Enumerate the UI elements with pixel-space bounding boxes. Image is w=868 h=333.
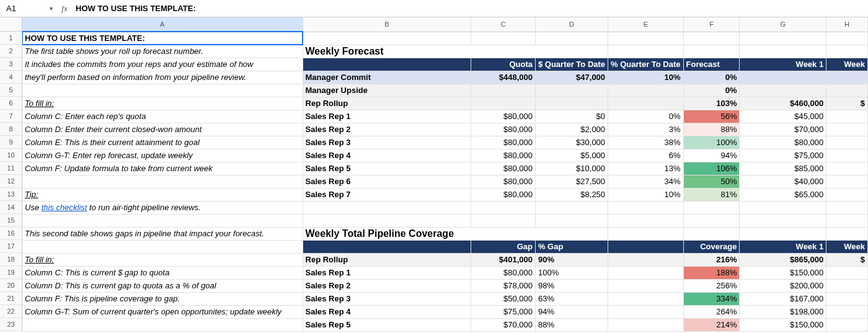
row-header-9[interactable]: 9	[0, 136, 22, 149]
row-header-3[interactable]: 3	[0, 58, 22, 71]
cell[interactable]	[303, 58, 471, 71]
cell[interactable]: 6%	[608, 149, 683, 162]
cell[interactable]	[826, 305, 868, 318]
cell[interactable]: Column C: Enter each rep's quota	[22, 110, 303, 123]
cell[interactable]	[471, 32, 536, 45]
cell[interactable]: $80,000	[471, 188, 536, 201]
cell[interactable]: 106%	[683, 162, 740, 175]
row-header-4[interactable]: 4	[0, 71, 22, 84]
row-header-22[interactable]: 22	[0, 305, 22, 318]
cell[interactable]: $10,000	[535, 162, 608, 175]
cell[interactable]	[683, 201, 740, 214]
t2-label[interactable]: Sales Rep 2	[303, 279, 471, 292]
cell[interactable]	[535, 84, 608, 97]
cell[interactable]	[826, 201, 868, 214]
cell[interactable]: 100%	[683, 136, 740, 149]
row-header-21[interactable]: 21	[0, 292, 22, 305]
cell[interactable]	[826, 136, 868, 149]
cell[interactable]	[471, 227, 536, 240]
cell[interactable]: 10%	[608, 71, 683, 84]
cell[interactable]: % Gap	[535, 240, 608, 253]
cell[interactable]: 256%	[683, 279, 740, 292]
cell[interactable]: $80,000	[471, 136, 536, 149]
cell[interactable]: $30,000	[535, 136, 608, 149]
t1-label[interactable]: Sales Rep 2	[303, 123, 471, 136]
cell[interactable]: 88%	[683, 123, 740, 136]
cell[interactable]	[683, 214, 740, 227]
cell[interactable]	[608, 240, 683, 253]
table1-title[interactable]: Weekly Forecast	[303, 45, 471, 58]
cell[interactable]: Use this checklist to run air-tight pipe…	[22, 201, 303, 214]
t1-label[interactable]: Sales Rep 4	[303, 149, 471, 162]
cell[interactable]	[740, 84, 826, 97]
cell[interactable]	[535, 227, 608, 240]
cell[interactable]	[471, 214, 536, 227]
cell[interactable]	[303, 32, 471, 45]
row-header-2[interactable]: 2	[0, 45, 22, 58]
cell[interactable]	[608, 32, 683, 45]
cell[interactable]	[22, 214, 303, 227]
cell[interactable]	[826, 32, 868, 45]
t1-label[interactable]: Sales Rep 1	[303, 110, 471, 123]
t2-label[interactable]: Sales Rep 1	[303, 266, 471, 279]
cell[interactable]	[608, 84, 683, 97]
cell-A1[interactable]: HOW TO USE THIS TEMPLATE:	[22, 32, 303, 45]
cell[interactable]: $40,000	[740, 175, 826, 188]
cell[interactable]: $47,000	[535, 71, 608, 84]
cell[interactable]: 88%	[535, 318, 608, 331]
cell[interactable]: Column D: This is current gap to quota a…	[22, 279, 303, 292]
cell[interactable]: 34%	[608, 175, 683, 188]
cell[interactable]: 0%	[608, 110, 683, 123]
cell[interactable]	[471, 97, 536, 110]
cell[interactable]: $80,000	[471, 266, 536, 279]
cell[interactable]: 188%	[683, 266, 740, 279]
cell[interactable]	[826, 123, 868, 136]
cell[interactable]: Column C: This is current $ gap to quota	[22, 266, 303, 279]
cell[interactable]: $80,000	[471, 149, 536, 162]
cell[interactable]	[826, 45, 868, 58]
cell[interactable]	[826, 149, 868, 162]
t1-label[interactable]: Sales Rep 3	[303, 136, 471, 149]
cell[interactable]	[826, 227, 868, 240]
cell[interactable]	[826, 110, 868, 123]
cell[interactable]: 81%	[683, 188, 740, 201]
cell[interactable]: $150,000	[740, 318, 826, 331]
table2-title[interactable]: Weekly Total Pipeline Coverage	[303, 227, 471, 240]
t1-label[interactable]: Manager Commit	[303, 71, 471, 84]
cell[interactable]: 13%	[608, 162, 683, 175]
cell[interactable]: $460,000	[740, 97, 826, 110]
cell[interactable]: Coverage	[683, 240, 740, 253]
cell[interactable]: Week	[826, 58, 868, 71]
column-header-E[interactable]: E	[608, 17, 683, 32]
cell[interactable]: $865,000	[740, 253, 826, 266]
t2-label[interactable]: Sales Rep 4	[303, 305, 471, 318]
cell[interactable]: % Quarter To Date	[608, 58, 683, 71]
cell[interactable]: 3%	[608, 123, 683, 136]
cell[interactable]	[740, 201, 826, 214]
column-header-F[interactable]: F	[683, 17, 740, 32]
select-all-corner[interactable]	[0, 17, 22, 32]
cell[interactable]: $0	[535, 110, 608, 123]
cell[interactable]	[535, 214, 608, 227]
fx-icon[interactable]: fx	[58, 4, 71, 14]
cell[interactable]: This second table shows gaps in pipeline…	[22, 227, 303, 240]
cell[interactable]: Column G-T: Enter rep forecast, update w…	[22, 149, 303, 162]
formula-input[interactable]	[74, 2, 866, 14]
cell[interactable]	[608, 201, 683, 214]
cell[interactable]	[22, 318, 303, 331]
cell[interactable]: $198,000	[740, 305, 826, 318]
row-header-7[interactable]: 7	[0, 110, 22, 123]
cell[interactable]: Quota	[471, 58, 536, 71]
column-header-D[interactable]: D	[535, 17, 608, 32]
cell[interactable]: $27,500	[535, 175, 608, 188]
t2-label[interactable]: Sales Rep 3	[303, 292, 471, 305]
cell[interactable]	[826, 188, 868, 201]
cell[interactable]: $8,250	[535, 188, 608, 201]
cell[interactable]	[826, 266, 868, 279]
t2-label[interactable]: Rep Rollup	[303, 253, 471, 266]
row-header-5[interactable]: 5	[0, 84, 22, 97]
cell[interactable]: 100%	[535, 266, 608, 279]
column-header-H[interactable]: H	[826, 17, 868, 32]
cell[interactable]: $5,000	[535, 149, 608, 162]
cell[interactable]: Week	[826, 240, 868, 253]
